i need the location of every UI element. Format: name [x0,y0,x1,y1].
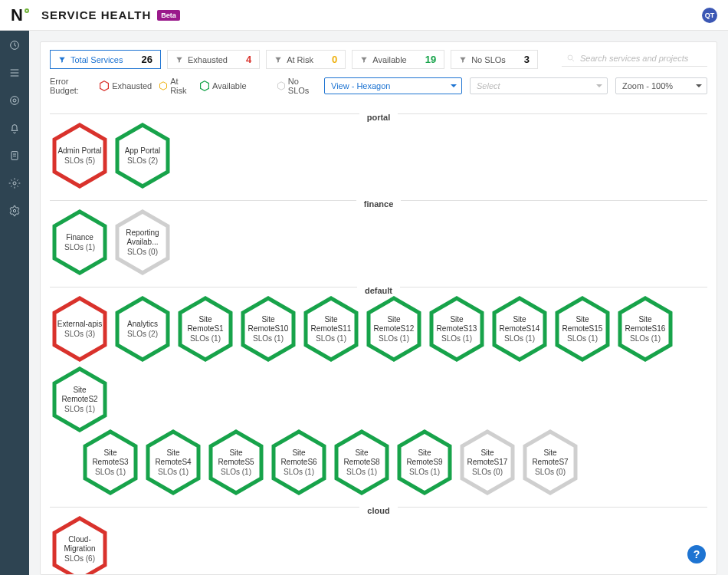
filter-total-value: 26 [141,54,152,65]
nav-gear-icon[interactable] [8,176,21,190]
service-slo-count: SLOs (0) [472,468,503,476]
service-name: Analytics [127,320,158,329]
nav-target-icon[interactable] [8,94,21,107]
service-hex[interactable]: Site RemoteS13SLOs (1) [427,295,487,363]
service-name: Site RemoteS12 [371,315,417,333]
legend-available: Available [200,80,246,91]
hex-row: Cloud-MigrationSLOs (6) [50,515,707,574]
service-hex[interactable]: Site RemoteS4SLOs (1) [143,429,203,496]
group-name: finance [356,199,402,209]
service-name: Site RemoteS14 [497,315,543,333]
service-hex[interactable]: Site RemoteS9SLOs (1) [395,429,454,496]
service-hex[interactable]: Site RemoteS14SLOs (1) [490,295,549,363]
svg-point-1 [11,97,19,105]
service-hex[interactable]: Site RemoteS7SLOs (0) [520,429,580,496]
view-select[interactable]: View - Hexagon [324,77,462,94]
nav-report-icon[interactable] [8,149,21,163]
hex-icon [277,80,285,91]
service-hex[interactable]: Site RemoteS12SLOs (1) [364,295,424,363]
svg-point-4 [13,182,16,185]
service-hex[interactable]: Site RemoteS1SLOs (1) [175,295,235,363]
filter-exhausted-label: Exhausted [188,55,228,64]
filter-noslos-value: 3 [524,54,530,65]
nav-dashboard-icon[interactable] [8,38,21,52]
nav-bell-icon[interactable] [8,121,21,135]
filter-exhausted-value: 4 [246,54,251,65]
nav-settings-icon[interactable] [8,204,21,218]
service-slo-count: SLOs (5) [64,156,95,165]
filter-noslos[interactable]: No SLOs 3 [451,50,538,69]
service-name: Site RemoteS16 [622,315,668,333]
service-hex[interactable]: Site RemoteS10SLOs (1) [238,295,298,363]
filter-total[interactable]: Total Services 26 [50,50,161,69]
group-divider: portal [50,113,707,114]
service-name: Site RemoteS9 [402,449,448,466]
panel: Total Services 26 Exhausted 4 At Risk 0 [40,41,717,575]
service-hex[interactable]: AnalyticsSLOs (2) [113,295,172,363]
service-name: Site RemoteS15 [559,315,605,333]
group-divider: finance [50,200,707,201]
service-name: Site RemoteS4 [150,449,196,466]
service-slo-count: SLOs (2) [127,330,158,338]
service-slo-count: SLOs (1) [284,468,314,476]
service-slo-count: SLOs (1) [379,334,409,343]
help-button[interactable]: ? [687,545,706,564]
hex-icon [159,80,167,91]
service-hex[interactable]: Admin PortalSLOs (5) [50,122,110,189]
svg-point-2 [13,99,16,102]
service-name: Site RemoteS13 [434,315,480,333]
legend-atrisk: At Risk [159,77,192,95]
service-name: Site RemoteS2 [57,386,103,403]
hex-row: Admin PortalSLOs (5)App PortalSLOs (2) [50,122,707,189]
project-select[interactable]: Select [470,77,608,94]
service-slo-count: SLOs (1) [504,334,535,343]
hex-row: FinanceSLOs (1)Reporting Availab...SLOs … [50,209,707,276]
filter-icon [58,56,66,64]
help-icon: ? [694,548,700,560]
filter-available-value: 19 [425,54,436,65]
service-hex[interactable]: Reporting Availab...SLOs (0) [113,209,172,276]
service-hex[interactable]: Cloud-MigrationSLOs (6) [50,515,110,574]
service-hex[interactable]: Site RemoteS8SLOs (1) [332,429,392,496]
service-hex[interactable]: External-apisSLOs (3) [50,295,110,363]
service-slo-count: SLOs (3) [64,330,95,338]
service-slo-count: SLOs (1) [567,334,598,343]
content: Total Services 26 Exhausted 4 At Risk 0 [29,31,728,575]
service-hex[interactable]: Site RemoteS15SLOs (1) [553,295,612,363]
filter-available[interactable]: Available 19 [352,50,444,69]
nav-list-icon[interactable] [8,66,21,80]
service-slo-count: SLOs (0) [127,248,158,256]
service-hex[interactable]: FinanceSLOs (1) [50,209,110,276]
service-slo-count: SLOs (1) [158,468,189,476]
filter-icon [175,56,183,64]
legend-label: Error Budget: [50,77,92,95]
service-hex[interactable]: Site RemoteS16SLOs (1) [615,295,675,363]
chevron-down-icon [596,84,602,87]
filter-exhausted[interactable]: Exhausted 4 [167,50,260,69]
service-hex[interactable]: Site RemoteS6SLOs (1) [269,429,329,496]
service-hex[interactable]: App PortalSLOs (2) [113,122,172,189]
service-hex[interactable]: Site RemoteS3SLOs (1) [80,429,140,496]
service-hex[interactable]: Site RemoteS17SLOs (0) [457,429,517,496]
filter-atrisk[interactable]: At Risk 0 [266,50,346,69]
search-input[interactable]: Search services and projects [562,52,707,67]
filter-atrisk-label: At Risk [287,55,313,64]
chevron-down-icon [451,84,457,87]
legend-exhausted: Exhausted [100,80,152,91]
chevron-down-icon [696,84,702,87]
service-slo-count: SLOs (1) [346,468,377,476]
service-name: App Portal [125,146,161,156]
service-name: Site RemoteS5 [213,449,259,466]
filter-noslos-label: No SLOs [471,55,506,64]
hexagon-canvas[interactable]: portalAdmin PortalSLOs (5)App PortalSLOs… [41,103,717,574]
user-avatar[interactable]: QT [702,8,717,23]
topbar: N SERVICE HEALTH Beta QT [0,0,728,31]
service-name: External-apis [57,320,102,329]
page-title: SERVICE HEALTH [41,8,151,21]
service-hex[interactable]: Site RemoteS2SLOs (1) [50,366,110,433]
zoom-select[interactable]: Zoom - 100% [615,77,707,94]
service-hex[interactable]: Site RemoteS11SLOs (1) [301,295,361,363]
legend-noslos: No SLOs [277,77,316,95]
group-name: default [357,286,400,295]
service-hex[interactable]: Site RemoteS5SLOs (1) [206,429,266,496]
